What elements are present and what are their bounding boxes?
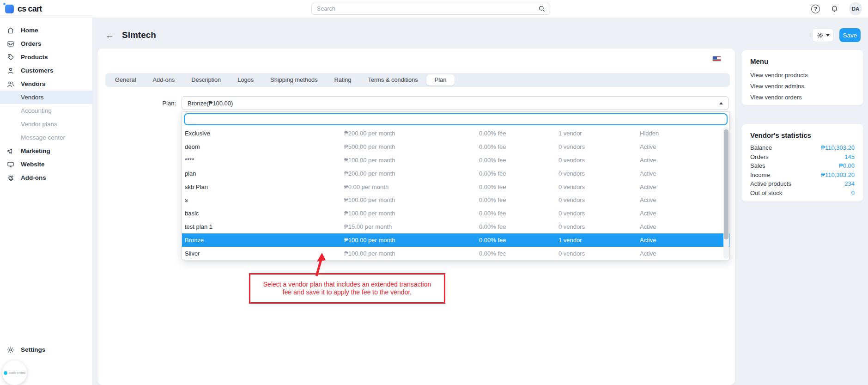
plan-option-status: Active [640, 170, 729, 177]
plan-option-price: ₱100.00 per month [344, 250, 479, 257]
save-button[interactable]: Save [839, 28, 861, 42]
stat-row: Orders 145 [750, 153, 855, 160]
plan-option-row[interactable]: **** ₱100.00 per month 0.00% fee 0 vendo… [182, 153, 729, 167]
sidebar-item-website[interactable]: Website [0, 158, 92, 171]
annotation-arrow-icon [310, 252, 333, 278]
search-icon[interactable] [538, 5, 546, 13]
stat-value[interactable]: 145 [844, 153, 855, 160]
plan-option-price: ₱500.00 per month [344, 143, 479, 150]
tabbar: General Add-ons Description Logos Shippi… [105, 73, 730, 87]
language-flag-icon[interactable] [712, 56, 721, 62]
home-icon [6, 26, 15, 35]
cs-cart-logo[interactable]: cs cart [0, 4, 42, 14]
sidebar-subitem-accounting[interactable]: Accounting [0, 104, 92, 117]
plan-option-row[interactable]: Exclusive ₱200.00 per month 0.00% fee 1 … [182, 127, 729, 140]
caret-up-icon [719, 102, 723, 104]
marketing-megaphone-icon [6, 147, 15, 155]
link-view-vendor-admins[interactable]: View vendor admins [750, 83, 855, 90]
global-search [311, 3, 550, 15]
sidebar-subitem-vendors[interactable]: Vendors [0, 91, 92, 104]
tab-shipping-methods[interactable]: Shipping methods [262, 74, 326, 86]
help-icon[interactable]: ? [811, 5, 820, 13]
stat-value[interactable]: 234 [844, 180, 855, 187]
sidebar-item-customers[interactable]: Customers [0, 64, 92, 77]
addons-puzzle-icon [6, 174, 15, 182]
sidebar-subitem-vendor-plans[interactable]: Vendor plans [0, 117, 92, 131]
link-view-vendor-products[interactable]: View vendor products [750, 72, 855, 79]
tab-general[interactable]: General [107, 74, 145, 86]
stat-value[interactable]: ₱0.00 [839, 162, 855, 169]
topbar: cs cart ? DA [0, 0, 868, 18]
settings-gear-icon [6, 346, 15, 354]
tab-logos[interactable]: Logos [229, 74, 262, 86]
notifications-bell-icon[interactable] [830, 5, 839, 13]
plan-option-fee: 0.00% fee [479, 143, 558, 150]
plan-option-price: ₱200.00 per month [344, 170, 479, 177]
tab-rating[interactable]: Rating [326, 74, 360, 86]
stat-label: Orders [750, 153, 769, 160]
plan-option-row[interactable]: skb Plan ₱0.00 per month 0.00% fee 0 ven… [182, 180, 729, 194]
plan-option-row[interactable]: Bronze ₱100.00 per month 0.00% fee 1 ven… [182, 233, 729, 247]
link-view-vendor-orders[interactable]: View vendor orders [750, 94, 855, 101]
plan-option-status: Active [640, 196, 729, 203]
plan-option-fee: 0.00% fee [479, 183, 558, 190]
search-input[interactable] [311, 3, 550, 15]
plan-option-row[interactable]: deom ₱500.00 per month 0.00% fee 0 vendo… [182, 140, 729, 153]
stat-value[interactable]: 0 [851, 189, 855, 196]
stat-row: Out of stock 0 [750, 189, 855, 196]
stat-label: Income [750, 171, 770, 178]
tab-plan[interactable]: Plan [426, 74, 455, 86]
tab-terms-conditions[interactable]: Terms & conditions [360, 74, 426, 86]
plan-option-fee: 0.00% fee [479, 237, 558, 244]
cs-cart-logo-icon [5, 5, 14, 13]
customers-person-icon [6, 67, 15, 75]
stats-panel-title: Vendor's statistics [750, 131, 855, 139]
vendor-edit-card: General Add-ons Description Logos Shippi… [97, 49, 735, 385]
stat-value[interactable]: ₱110,303.20 [821, 144, 855, 151]
stat-value[interactable]: ₱110,303.20 [821, 171, 855, 178]
plan-option-vendors: 0 vendors [558, 157, 640, 164]
back-arrow-icon[interactable]: ← [105, 31, 114, 40]
plan-dropdown: Exclusive ₱200.00 per month 0.00% fee 1 … [182, 111, 730, 260]
sidebar-subitem-message-center[interactable]: Message center [0, 131, 92, 144]
plan-option-name: skb Plan [185, 183, 344, 190]
stat-label: Sales [750, 162, 765, 169]
demo-store-badge[interactable]: DEMO STORE [2, 361, 27, 385]
plan-option-row[interactable]: s ₱100.00 per month 0.00% fee 0 vendors … [182, 193, 729, 207]
tab-description[interactable]: Description [183, 74, 229, 86]
plan-option-fee: 0.00% fee [479, 130, 558, 137]
sidebar-item-marketing[interactable]: Marketing [0, 144, 92, 158]
plan-select[interactable]: Bronze(₱100.00) [182, 96, 728, 110]
website-monitor-icon [6, 160, 15, 169]
sidebar-item-home[interactable]: Home [0, 24, 92, 37]
plan-option-price: ₱100.00 per month [344, 210, 479, 217]
sidebar-item-orders[interactable]: Orders [0, 37, 92, 50]
plan-option-row[interactable]: plan ₱200.00 per month 0.00% fee 0 vendo… [182, 167, 729, 180]
dropdown-scrollbar-thumb[interactable] [724, 129, 728, 239]
settings-dropdown-button[interactable] [812, 28, 834, 42]
plan-dropdown-search-input[interactable] [184, 113, 728, 125]
plan-option-row[interactable]: basic ₱100.00 per month 0.00% fee 0 vend… [182, 207, 729, 220]
plan-option-row[interactable]: Silver ₱100.00 per month 0.00% fee 0 ven… [182, 247, 729, 260]
annotation-box: Select a vendor plan that includes an ex… [249, 273, 445, 304]
annotation-text: Select a vendor plan that includes an ex… [260, 281, 435, 296]
user-avatar[interactable]: DA [849, 2, 862, 15]
sidebar-item-settings[interactable]: Settings [0, 343, 92, 356]
sidebar-item-products[interactable]: Products [0, 50, 92, 64]
plan-option-name: Bronze [185, 237, 344, 244]
plan-option-fee: 0.00% fee [479, 210, 558, 217]
plan-option-name: basic [185, 210, 344, 217]
stat-label: Active products [750, 180, 791, 187]
plan-option-row[interactable]: test plan 1 ₱15.00 per month 0.00% fee 0… [182, 220, 729, 233]
plan-option-status: Active [640, 183, 729, 190]
plan-option-name: **** [185, 157, 344, 164]
plan-option-status: Active [640, 223, 729, 230]
plan-option-status: Active [640, 237, 729, 244]
plan-option-vendors: 0 vendors [558, 183, 640, 190]
plan-option-fee: 0.00% fee [479, 250, 558, 257]
dropdown-scrollbar-track[interactable] [723, 127, 729, 259]
sidebar-item-vendors[interactable]: Vendors [0, 77, 92, 91]
sidebar-item-addons[interactable]: Add-ons [0, 171, 92, 184]
plan-option-price: ₱100.00 per month [344, 196, 479, 203]
tab-addons[interactable]: Add-ons [145, 74, 183, 86]
